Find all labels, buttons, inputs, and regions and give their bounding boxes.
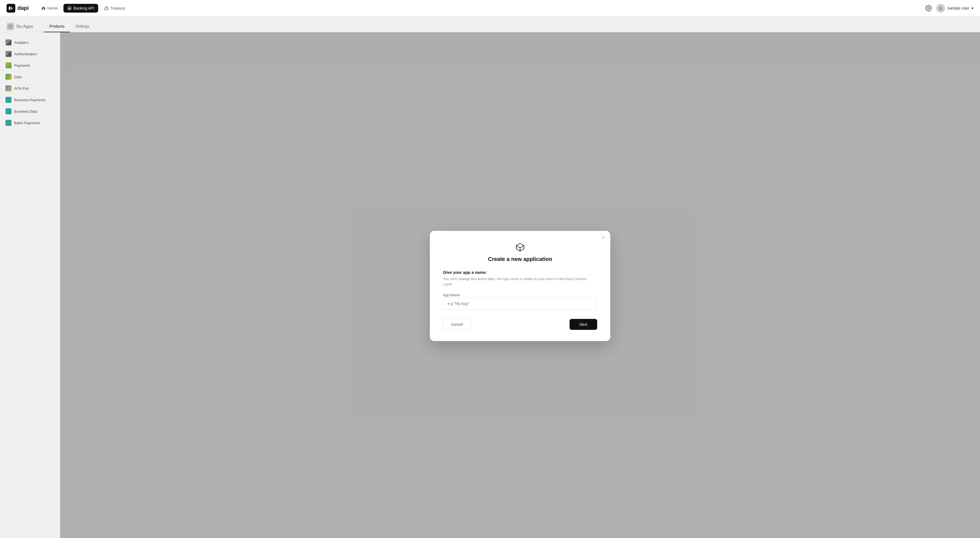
sidebar-item-data[interactable]: Data xyxy=(0,71,60,83)
banking-icon xyxy=(67,6,72,10)
sidebar-item-ach-pull[interactable]: ACH Pull xyxy=(0,83,60,94)
sidebar-item-label: Payments xyxy=(14,64,30,68)
modal-overlay: × Create a new application Give your app… xyxy=(60,32,980,538)
svg-rect-2 xyxy=(105,8,108,10)
tab-settings[interactable]: Settings xyxy=(70,21,95,32)
analytics-icon xyxy=(5,40,11,45)
payments-icon xyxy=(5,62,11,68)
sidebar-item-label: Analytics xyxy=(14,40,29,45)
layout: Analytics Authentication Payments Data A… xyxy=(0,32,980,538)
user-avatar xyxy=(936,4,945,13)
modal-title: Create a new application xyxy=(443,256,597,262)
treasury-icon xyxy=(104,6,108,10)
business-data-icon xyxy=(5,108,11,114)
main-content: × Create a new application Give your app… xyxy=(60,32,980,538)
app-name-input[interactable] xyxy=(443,297,597,310)
sidebar-item-batch-payments[interactable]: Batch Payments xyxy=(0,117,60,129)
tabs: Products Settings xyxy=(44,21,95,32)
user-menu[interactable]: Sample User ▾ xyxy=(936,4,974,13)
nav-banking-api[interactable]: Banking API xyxy=(64,4,98,13)
cube-icon xyxy=(515,242,525,253)
app-selector: No Apps xyxy=(6,23,33,30)
avatar-icon xyxy=(938,6,943,11)
batch-icon xyxy=(5,120,11,126)
logo-text: dapi xyxy=(18,5,29,11)
app-name: No Apps xyxy=(16,24,33,29)
sidebar-item-business-data[interactable]: Busniess Data xyxy=(0,105,60,117)
logo: dapi xyxy=(6,4,29,13)
header-right: Sample User ▾ xyxy=(925,4,974,13)
sub-header: No Apps Products Settings xyxy=(0,16,980,32)
sidebar-item-label: ACH Pull xyxy=(14,86,29,91)
sidebar: Analytics Authentication Payments Data A… xyxy=(0,32,60,538)
sidebar-item-label: Busniess Data xyxy=(14,110,37,113)
ach-icon xyxy=(5,85,11,91)
nav-home[interactable]: Home xyxy=(37,4,61,13)
sidebar-item-authentication[interactable]: Authentication xyxy=(0,48,60,60)
home-icon xyxy=(41,6,46,10)
modal-icon xyxy=(443,242,597,253)
app-cube-icon xyxy=(6,23,14,30)
cancel-button[interactable]: Cancel xyxy=(443,318,471,330)
auth-icon xyxy=(5,51,11,57)
sidebar-item-analytics[interactable]: Analytics xyxy=(0,37,60,48)
next-button[interactable]: Next xyxy=(570,319,597,330)
sidebar-item-payments[interactable]: Payments xyxy=(0,60,60,71)
create-app-modal: × Create a new application Give your app… xyxy=(430,231,610,341)
nav-treasury[interactable]: Treasury xyxy=(100,4,129,13)
sidebar-item-label: Batch Payments xyxy=(14,121,40,125)
sidebar-item-label: Business Payments xyxy=(14,98,45,102)
sidebar-item-label: Authentication xyxy=(14,52,37,56)
settings-icon[interactable] xyxy=(925,5,932,11)
modal-hint: You can't change this action later, the … xyxy=(443,276,597,287)
modal-close-button[interactable]: × xyxy=(602,235,605,240)
sidebar-item-business-payments[interactable]: Business Payments xyxy=(0,94,60,105)
tab-products[interactable]: Products xyxy=(44,21,70,32)
svg-point-4 xyxy=(940,6,942,8)
sidebar-item-label: Data xyxy=(14,75,22,79)
modal-actions: Cancel Next xyxy=(443,318,597,330)
chevron-down-icon: ▾ xyxy=(972,6,974,10)
header: dapi Home Banking API Treasury xyxy=(0,0,980,16)
svg-point-3 xyxy=(928,7,929,9)
user-name: Sample User xyxy=(947,6,969,10)
dapi-logo-icon xyxy=(6,4,15,13)
business-payments-icon xyxy=(5,97,11,103)
data-icon xyxy=(5,74,11,80)
modal-heading: Give your app a name: xyxy=(443,270,597,275)
app-name-label: App Name xyxy=(443,293,460,297)
main-nav: Home Banking API Treasury xyxy=(37,4,925,13)
